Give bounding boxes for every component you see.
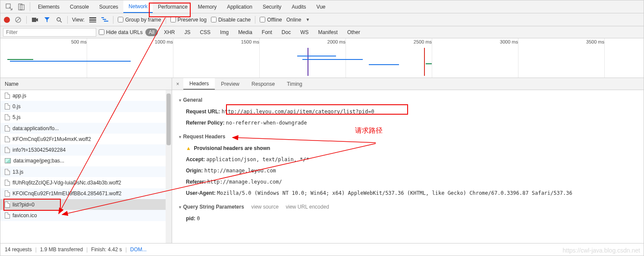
svg-rect-13 (104, 21, 108, 22)
request-row[interactable]: 13.js (0, 166, 172, 177)
request-name: 13.js (13, 169, 23, 175)
type-ws[interactable]: WS (297, 28, 312, 36)
document-file-icon (5, 180, 10, 186)
tab-application[interactable]: Application (222, 0, 258, 13)
camera-icon[interactable] (31, 16, 39, 24)
device-icon[interactable] (15, 0, 27, 13)
online-label[interactable]: Online (286, 17, 302, 23)
referrer-policy-value: no-referrer-when-downgrade (226, 120, 307, 126)
network-toolbar: View: Group by frame Preserve log Disabl… (0, 13, 644, 26)
request-row[interactable]: data:image/jpeg;bas... (0, 156, 172, 166)
svg-rect-12 (103, 19, 106, 20)
request-row[interactable]: 5.js (0, 112, 172, 123)
status-bar: 14 requests| 1.9 MB transferred| Finish:… (0, 244, 644, 256)
preserve-log-check[interactable]: Preserve log (170, 17, 207, 23)
record-button[interactable] (4, 17, 10, 23)
waterfall-icon[interactable] (101, 16, 109, 24)
filter-input[interactable] (3, 28, 96, 37)
inspect-icon[interactable] (3, 0, 15, 13)
request-name: list?pid=0 (13, 202, 35, 208)
request-row[interactable]: info?t=1530425492284 (0, 144, 172, 155)
tab-sources[interactable]: Sources (94, 0, 123, 13)
search-icon[interactable] (55, 16, 63, 24)
query-params-section[interactable]: Query String Parameters (178, 204, 244, 210)
tick-500: 500 ms (71, 39, 87, 44)
accept-value: application/json, text/plain, */* (206, 156, 309, 162)
offline-check[interactable]: Offline (260, 17, 282, 23)
tab-console[interactable]: Console (65, 0, 94, 13)
view-source-link[interactable]: view source (251, 204, 279, 210)
document-file-icon (5, 202, 10, 208)
tab-security[interactable]: Security (258, 0, 286, 13)
type-img[interactable]: Img (217, 28, 232, 36)
request-row[interactable]: flUhRq6tzZclQEJ-Vdg-IuiaDsNc.d3a4b3b.wof… (0, 177, 172, 188)
tab-response[interactable]: Response (245, 78, 281, 90)
request-name: KFOmCnqEu92Fr1Mu4mxK.woff2 (13, 136, 91, 142)
tab-performance[interactable]: Performance (153, 0, 193, 13)
tab-vue[interactable]: Vue (311, 0, 331, 13)
type-manifest[interactable]: Manifest (315, 28, 341, 36)
type-media[interactable]: Media (235, 28, 256, 36)
request-name: 0.js (13, 103, 21, 109)
pid-label: pid: (186, 215, 195, 222)
tab-preview[interactable]: Preview (215, 78, 245, 90)
tab-memory[interactable]: Memory (193, 0, 222, 13)
name-column-header[interactable]: Name (0, 78, 172, 90)
document-file-icon (5, 93, 10, 99)
close-details-icon[interactable]: × (172, 78, 183, 90)
clear-icon[interactable] (14, 16, 22, 24)
general-section[interactable]: General (178, 95, 638, 105)
tab-audits[interactable]: Audits (286, 0, 311, 13)
dom-loaded-link[interactable]: DOM... (130, 247, 147, 253)
tab-network[interactable]: Network (123, 0, 153, 13)
view-url-encoded-link[interactable]: view URL encoded (286, 204, 329, 210)
type-xhr[interactable]: XHR (160, 28, 178, 36)
type-css[interactable]: CSS (196, 28, 214, 36)
hide-data-urls-check[interactable]: Hide data URLs (99, 29, 143, 35)
provisional-warning: Provisional headers are shown (194, 145, 270, 151)
svg-line-7 (60, 21, 62, 22)
request-name: flUhRq6tzZclQEJ-Vdg-IuiaDsNc.d3a4b3b.wof… (13, 180, 121, 186)
request-list-pane: Name app.js0.js5.jsdata:application/fo..… (0, 78, 172, 243)
type-all[interactable]: All (145, 28, 158, 36)
watermark: https://cwl-java.blog.csdn.net (562, 247, 640, 254)
request-row[interactable]: KFOmCnqEu92Fr1Mu4mxK.woff2 (0, 134, 172, 144)
svg-rect-8 (89, 17, 96, 19)
requests-count: 14 requests (5, 247, 32, 253)
devtools-tabs: Elements Console Sources Network Perform… (0, 0, 644, 13)
tab-elements[interactable]: Elements (33, 0, 65, 13)
request-row[interactable]: list?pid=0 (0, 199, 172, 210)
type-js[interactable]: JS (181, 28, 194, 36)
tab-timing[interactable]: Timing (281, 78, 308, 90)
request-row[interactable]: app.js (0, 90, 172, 101)
type-other[interactable]: Other (344, 28, 364, 36)
large-rows-icon[interactable] (89, 16, 97, 24)
tick-2000: 2000 ms (327, 39, 346, 44)
tick-1500: 1500 ms (241, 39, 259, 44)
request-name: KFOlCnqEu92Fr1MmEU9fBBc4.2854671.woff2 (13, 190, 122, 197)
headers-body: General Request URL: http://api.leyou.co… (172, 90, 644, 243)
document-file-icon (5, 136, 10, 142)
referer-label: Referer: (186, 179, 206, 185)
scrollbar[interactable] (166, 90, 172, 243)
throttling-dropdown-icon[interactable]: ▼ (305, 17, 310, 22)
type-doc[interactable]: Doc (278, 28, 294, 36)
disable-cache-check[interactable]: Disable cache (211, 17, 251, 23)
request-row[interactable]: data:application/fo... (0, 123, 172, 134)
document-file-icon (5, 169, 10, 175)
request-row[interactable]: KFOlCnqEu92Fr1MmEU9fBBc4.2854671.woff2 (0, 188, 172, 199)
tick-2500: 2500 ms (414, 39, 432, 44)
filter-icon[interactable] (43, 16, 51, 24)
request-row[interactable]: favicon.ico (0, 210, 172, 221)
timeline-overview[interactable]: 500 ms 1000 ms 1500 ms 2000 ms 2500 ms 3… (0, 38, 644, 78)
request-headers-section[interactable]: Request Headers (178, 132, 638, 142)
request-row[interactable]: 0.js (0, 101, 172, 112)
type-font[interactable]: Font (258, 28, 276, 36)
tick-3500: 3500 ms (586, 39, 604, 44)
group-by-frame-check[interactable]: Group by frame (118, 17, 161, 23)
ua-value: Mozilla/5.0 (Windows NT 10.0; Win64; x64… (217, 190, 572, 196)
request-url-value: http://api.leyou.com/api/item/category/l… (222, 109, 374, 115)
tab-headers[interactable]: Headers (183, 78, 215, 90)
document-file-icon (5, 147, 10, 153)
request-name: favicon.ico (13, 212, 37, 219)
